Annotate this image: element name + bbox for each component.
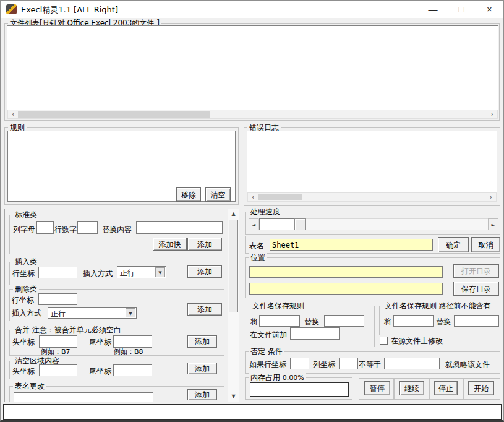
file-list-hscrollbar[interactable]: ‹ › [7, 110, 498, 119]
status-bar [3, 404, 502, 420]
speed-slider-page-left[interactable] [259, 218, 294, 230]
insert-row-coord-label: 行坐标 [12, 269, 35, 279]
sheet-cancel-button[interactable]: 取消 [471, 237, 500, 252]
sheet-name-label: 表名 [249, 241, 264, 251]
merge-tail-label: 尾坐标 [89, 337, 111, 348]
merge-add-button[interactable]: 添加 [187, 335, 217, 348]
path-rule-group-label: 文件名保存规则 路径前不能含有 [383, 301, 493, 311]
left-panel-vscrollbar[interactable]: ▲ ▼ [228, 209, 239, 402]
filename-prefix-input[interactable] [290, 327, 340, 340]
merge-head-input[interactable] [39, 335, 77, 348]
path-will-label: 将 [384, 317, 391, 327]
scroll-up-icon[interactable]: ▲ [228, 209, 239, 219]
app-window: Execl精灵1.1 [ALL Right] — □ × 文件列表[只针对 Of… [0, 0, 504, 422]
sheet-ok-button[interactable]: 确定 [438, 237, 469, 252]
open-path-input[interactable] [249, 266, 443, 278]
minimize-button[interactable]: — [419, 1, 447, 18]
negative-value-input[interactable] [384, 358, 440, 369]
delete-group-label: 删除类 [13, 284, 39, 295]
modify-source-checkbox[interactable] [380, 337, 388, 345]
merge-tail-example: 例如：B8 [114, 347, 143, 356]
negative-col-label: 列坐标 [313, 360, 335, 370]
negative-if-row-label: 如果行坐标 [249, 360, 286, 370]
memory-value: 0.00% [283, 374, 304, 382]
error-log-hscrollbar-thumb[interactable] [258, 194, 302, 200]
rules-clear-button[interactable]: 清空 [205, 187, 231, 202]
row-digit-input[interactable] [77, 221, 98, 234]
row-digit-label: 行数字 [54, 225, 77, 235]
negative-col-input[interactable] [339, 358, 358, 369]
path-replace-input[interactable] [454, 315, 499, 327]
insert-add-button[interactable]: 添加 [187, 265, 222, 278]
scroll-right-icon[interactable]: › [486, 193, 496, 201]
standard-add-fast-button[interactable]: 添加快 [153, 238, 187, 251]
error-log-hscrollbar[interactable]: ‹ › [247, 192, 497, 202]
path-replace-label: 替换 [436, 317, 451, 327]
clear-region-head-input[interactable] [39, 364, 77, 376]
merge-tail-input[interactable] [113, 335, 152, 348]
save-dir-button[interactable]: 保存目录 [453, 282, 499, 296]
pause-button[interactable]: 暂停 [364, 381, 390, 395]
speed-slider-thumb[interactable] [294, 218, 306, 230]
merge-head-example: 例如：B7 [41, 347, 70, 356]
replace-content-input[interactable] [136, 221, 223, 234]
close-button[interactable]: × [476, 1, 503, 18]
slider-right-icon[interactable]: ► [488, 218, 498, 230]
negative-row-input[interactable] [290, 358, 309, 369]
memory-progress-box [250, 382, 349, 397]
slider-left-icon[interactable]: ◄ [249, 218, 258, 230]
save-path-input[interactable] [249, 283, 443, 295]
left-panel-vscrollbar-thumb[interactable] [229, 220, 238, 312]
file-list-hscrollbar-thumb[interactable] [18, 111, 210, 118]
stop-button[interactable]: 停止 [434, 381, 458, 395]
delete-row-coord-input[interactable] [38, 293, 77, 305]
merge-group-label: 合并 注意：被合并单元必须空白 [13, 325, 123, 335]
filename-will-label: 将 [250, 317, 258, 327]
app-icon [6, 4, 17, 14]
speed-group-label: 处理速度 [249, 207, 282, 217]
standard-add-button[interactable]: 添加 [187, 238, 222, 251]
col-letter-input[interactable] [36, 221, 54, 234]
insert-row-coord-input[interactable] [38, 267, 77, 278]
chevron-down-icon[interactable]: ▼ [155, 267, 165, 277]
rules-remove-button[interactable]: 移除 [176, 187, 201, 202]
rules-listbox[interactable] [7, 131, 236, 202]
modify-source-label: 在源文件上修改 [391, 336, 443, 347]
clear-region-tail-label: 尾坐标 [89, 366, 111, 377]
merge-head-label: 头坐标 [12, 337, 35, 348]
resume-button[interactable]: 继续 [399, 381, 424, 395]
filename-prefix-label: 在文件前加 [250, 330, 287, 340]
start-button[interactable]: 开始 [468, 381, 494, 395]
chevron-down-icon[interactable]: ▼ [126, 308, 135, 317]
clear-region-add-button[interactable]: 添加 [187, 363, 217, 374]
filename-replace-label: 替换 [304, 317, 319, 327]
filename-replace-input[interactable] [324, 315, 364, 327]
delete-add-button[interactable]: 添加 [187, 303, 222, 316]
delete-mode-combobox[interactable]: 正行 ▼ [48, 307, 137, 319]
insert-mode-combobox[interactable]: 正行 ▼ [117, 266, 166, 278]
rename-sheet-input[interactable] [14, 392, 153, 402]
location-group-label: 位置 [249, 252, 267, 263]
window-title: Execl精灵1.1 [ALL Right] [21, 4, 118, 15]
clear-region-tail-input[interactable] [113, 364, 152, 376]
scroll-left-icon[interactable]: ‹ [8, 110, 18, 118]
scroll-left-icon[interactable]: ‹ [248, 193, 258, 201]
negative-suffix-label: 就忽略该文件 [445, 360, 490, 370]
sheet-name-input[interactable] [270, 239, 433, 251]
scroll-right-icon[interactable]: › [487, 110, 497, 118]
insert-mode-value: 正行 [120, 268, 135, 278]
negative-not-equal-label: 不等于 [359, 360, 381, 370]
delete-mode-label: 插入方式 [12, 308, 41, 319]
file-listbox[interactable] [7, 25, 498, 119]
rename-sheet-add-button[interactable]: 添加 [187, 389, 217, 400]
rename-sheet-group-label: 表名更改 [13, 381, 46, 392]
col-letter-label: 列字母 [13, 225, 35, 235]
filename-will-input[interactable] [259, 315, 300, 327]
filename-rule-group-label: 文件名保存规则 [250, 301, 306, 311]
scroll-down-icon[interactable]: ▼ [228, 392, 239, 402]
standard-group-label: 标准类 [13, 210, 39, 220]
memory-group-label: 内存占用 0.00% [249, 372, 306, 383]
path-will-input[interactable] [393, 315, 434, 327]
maximize-button: □ [447, 1, 476, 18]
error-log-listbox[interactable] [247, 131, 497, 202]
